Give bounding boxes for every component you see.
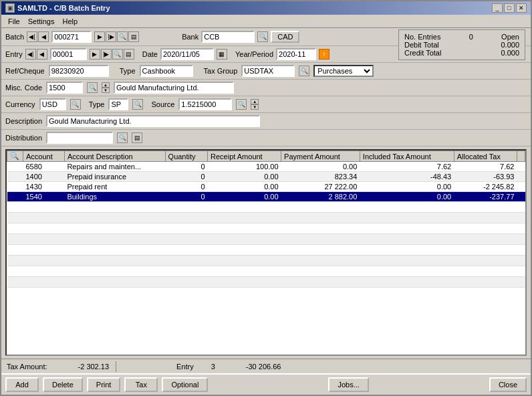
minimize-button[interactable]: _ — [492, 3, 503, 13]
date-input[interactable] — [160, 48, 214, 60]
open-label: Open — [501, 33, 519, 41]
batch-last-btn[interactable]: |▶ — [106, 31, 116, 42]
source-input[interactable] — [178, 98, 232, 110]
table-row[interactable]: 6580 Repairs and mainten... 0 100.00 0.0… — [7, 162, 525, 172]
entry-next-btn[interactable]: ▶ — [90, 49, 100, 60]
jobs-button[interactable]: Jobs... — [328, 377, 368, 392]
entry-first-btn[interactable]: ◀| — [25, 49, 36, 60]
status-entry-label: Entry — [176, 363, 194, 371]
cad-button[interactable]: CAD — [271, 31, 299, 43]
entry-add-btn[interactable]: ▤ — [124, 49, 134, 60]
tax-button[interactable]: Tax — [124, 377, 158, 392]
misc-desc-input[interactable] — [114, 82, 234, 94]
source-up-btn[interactable]: ▲ — [251, 99, 259, 104]
year-period-input[interactable] — [276, 48, 316, 60]
entry-search-btn[interactable]: 🔍 — [112, 49, 123, 60]
table-row[interactable]: 1430 Prepaid rent 0 0.00 27 222.00 0.00 … — [7, 182, 525, 192]
tax-group-label: Tax Group — [204, 67, 238, 75]
ref-cheque-label: Ref/Cheque — [5, 67, 45, 75]
bottom-toolbar: Add Delete Print Tax Optional Jobs... Cl… — [1, 373, 531, 395]
description-input[interactable] — [46, 115, 260, 127]
row-payment: 27 222.00 — [281, 182, 360, 192]
col-description: Account Description — [64, 151, 165, 162]
row-quantity: 0 — [165, 172, 207, 182]
maximize-button[interactable]: □ — [504, 3, 515, 13]
table-row[interactable]: 1540 Buildings 0 0.00 2 882.00 0.00 -237… — [7, 192, 525, 202]
menu-help[interactable]: Help — [58, 17, 82, 26]
batch-next-btn[interactable]: ▶ — [94, 31, 105, 42]
bank-input[interactable] — [201, 31, 255, 43]
row-end — [517, 172, 525, 182]
print-button[interactable]: Print — [87, 377, 121, 392]
window-title: SAMLTD - C/B Batch Entry — [17, 4, 110, 12]
batch-search-btn[interactable]: 🔍 — [117, 31, 128, 42]
currency-search-btn[interactable]: 🔍 — [70, 99, 81, 110]
misc-code-down-btn[interactable]: ▼ — [102, 88, 110, 93]
type2-input[interactable] — [108, 98, 128, 110]
col-quantity: Quantity — [165, 151, 207, 162]
menu-bar: File Settings Help — [1, 15, 531, 28]
delete-button[interactable]: Delete — [43, 377, 83, 392]
batch-add-btn[interactable]: ▤ — [128, 31, 139, 42]
col-scroll — [517, 151, 525, 162]
entry-prev-btn[interactable]: ◀ — [37, 49, 47, 60]
table-row-empty — [7, 213, 525, 223]
row-quantity: 0 — [165, 162, 207, 172]
date-label: Date — [142, 50, 158, 58]
type2-search-btn[interactable]: 🔍 — [132, 99, 143, 110]
batch-nav-group: ◀| ◀ — [27, 31, 49, 42]
row-spacer — [7, 182, 23, 192]
row-allocated-tax: 7.62 — [454, 162, 517, 172]
row-allocated-tax: -237.77 — [454, 192, 517, 202]
distribution-add-btn[interactable]: ▤ — [132, 132, 142, 143]
table-container: 🔍 Account Account Description Quantity R… — [5, 149, 527, 356]
entry-input[interactable] — [50, 48, 87, 60]
description-label: Description — [5, 117, 42, 125]
calendar-button[interactable]: ▦ — [217, 49, 227, 60]
close-window-button[interactable]: ✕ — [516, 3, 527, 13]
source-spinners[interactable]: ▲ ▼ — [251, 99, 259, 110]
close-button[interactable]: Close — [489, 377, 527, 392]
year-period-orange-btn[interactable]: ! — [319, 49, 329, 60]
col-receipt: Receipt Amount — [208, 151, 281, 162]
source-search-btn[interactable]: 🔍 — [236, 99, 247, 110]
batch-first-btn[interactable]: ◀| — [27, 31, 37, 42]
type-input[interactable] — [140, 65, 193, 77]
tax-group-search-btn[interactable]: 🔍 — [299, 66, 309, 76]
type-label: Type — [120, 67, 136, 75]
entry-last-btn[interactable]: |▶ — [101, 49, 112, 60]
batch-prev-btn[interactable]: ◀ — [38, 31, 49, 42]
row-included-tax: 0.00 — [360, 192, 454, 202]
menu-settings[interactable]: Settings — [24, 17, 59, 26]
credit-label: Credit Total — [404, 49, 441, 57]
ref-cheque-input[interactable] — [49, 65, 109, 77]
misc-code-spinners[interactable]: ▲ ▼ — [102, 82, 110, 93]
row-description: Prepaid insurance — [64, 172, 165, 182]
purchases-select[interactable]: Purchases — [313, 65, 374, 77]
row-included-tax: 0.00 — [360, 182, 454, 192]
description-row: Description — [1, 113, 531, 130]
misc-code-up-btn[interactable]: ▲ — [102, 82, 110, 88]
misc-code-input[interactable] — [46, 82, 83, 94]
batch-input[interactable] — [51, 31, 92, 43]
entry-label: Entry — [5, 50, 23, 58]
tax-group-input[interactable] — [241, 65, 295, 77]
source-down-btn[interactable]: ▼ — [251, 104, 259, 110]
batch-label: Batch — [5, 33, 24, 41]
table-row-empty — [7, 223, 525, 234]
menu-file[interactable]: File — [4, 17, 24, 26]
optional-button[interactable]: Optional — [162, 377, 208, 392]
batch-nav-group2: ▶ |▶ 🔍 ▤ — [94, 31, 139, 42]
type2-label: Type — [89, 100, 105, 108]
row-end — [517, 162, 525, 172]
debit-label: Debit Total — [404, 41, 439, 49]
currency-input[interactable] — [39, 98, 66, 110]
row-payment: 2 882.00 — [281, 192, 360, 202]
distribution-input[interactable] — [46, 132, 113, 144]
add-button[interactable]: Add — [5, 377, 39, 392]
distribution-search-btn[interactable]: 🔍 — [117, 132, 128, 143]
info-panel: No. Entries 0 Open Debit Total 0.000 Cre… — [398, 29, 525, 60]
misc-code-search-btn[interactable]: 🔍 — [87, 82, 98, 93]
bank-search-btn[interactable]: 🔍 — [257, 31, 268, 42]
table-row[interactable]: 1400 Prepaid insurance 0 0.00 823.34 -48… — [7, 172, 525, 182]
